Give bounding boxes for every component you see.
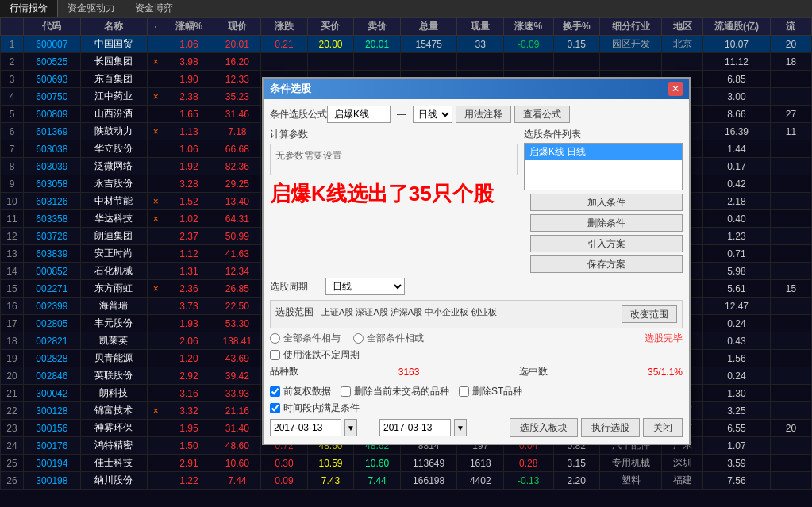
pre-rights-checkbox[interactable] [270,386,280,397]
date-to-input[interactable] [379,419,451,436]
cell-code: 002846 [24,367,81,385]
radio-all-or[interactable]: 全部条件相或 [353,332,424,345]
cell-shares: 8.66 [703,106,771,123]
cell-sell [354,53,401,71]
cell-price: 66.68 [214,140,260,158]
cell-code: 300156 [24,420,81,437]
period-select[interactable]: 日线 [325,278,405,295]
dynamic-period-label: 使用涨跌不定周期 [283,348,360,362]
cell-mark: × [148,402,164,420]
execute-button[interactable]: 执行选股 [581,418,640,437]
remove-condition-button[interactable]: 删除条件 [530,214,683,232]
enter-pool-button[interactable]: 选股入板块 [510,418,578,437]
close-button[interactable]: 关闭 [643,418,683,437]
date-row: 时间段内满足条件 [270,401,683,415]
scope-section: 选股范围 上证A股 深证A股 沪深A股 中小企业板 创业板 改变范围 [270,300,683,328]
cell-flow [770,193,811,210]
tab-bar: 行情报价 资金驱动力 资金博弈 [0,0,812,17]
remove-current-label[interactable]: 删除当前未交易的品种 [341,385,449,398]
cell-code: 603358 [24,210,81,228]
col-header-shares: 流通股(亿) [703,18,771,36]
cell-spd: -0.13 [504,472,553,490]
cell-price: 31.46 [214,106,260,123]
import-plan-button[interactable]: 引入方案 [530,235,683,252]
cell-code: 002271 [24,280,81,298]
condition-buttons: 加入条件 删除条件 引入方案 保存方案 [530,194,683,273]
complete-label: 选股完毕 [645,332,683,345]
cell-pct: 1.90 [164,71,214,88]
date-from-picker-button[interactable]: ▼ [344,419,357,436]
cell-ind [600,53,662,71]
table-row[interactable]: 25 300194 佳士科技 2.91 10.60 0.30 10.59 10.… [1,455,812,472]
remove-st-checkbox[interactable] [459,386,469,397]
tab-market-quotes[interactable]: 行情报价 [0,0,58,17]
cell-price: 33.93 [214,385,260,402]
remove-st-label[interactable]: 删除ST品种 [459,385,522,398]
cell-code: 300176 [24,437,81,455]
cell-price: 48.60 [214,437,260,455]
cell-pct: 1.02 [164,210,214,228]
radio-all-and[interactable]: 全部条件相与 [270,332,341,345]
dialog-close-button[interactable]: ✕ [668,82,683,96]
formula-row: 条件选股公式 启爆K线 — 日线 用法注释 查看公式 [270,106,683,123]
dialog-body: 条件选股公式 启爆K线 — 日线 用法注释 查看公式 计算参数 无参数需要设置 [264,99,689,444]
time-period-checkbox[interactable] [270,403,280,413]
date-from-input[interactable] [270,419,341,436]
add-condition-button[interactable]: 加入条件 [530,194,683,211]
change-scope-button[interactable]: 改变范围 [622,305,677,323]
cell-num: 3 [1,71,24,88]
cell-flow: 18 [770,53,811,71]
cell-name: 纳川股份 [80,472,148,490]
table-row[interactable]: 26 300198 纳川股份 1.22 7.44 0.09 7.43 7.44 … [1,472,812,490]
cell-code: 600750 [24,88,81,106]
formula-input-group: 启爆K线 — 日线 用法注释 查看公式 [327,106,683,123]
cell-mark [148,158,164,175]
cell-code: 300128 [24,402,81,420]
cell-num: 22 [1,402,24,420]
cell-flow: 27 [770,106,811,123]
scope-label: 选股范围 [275,305,315,319]
table-row[interactable]: 1 600007 中国国贸 1.06 20.01 0.21 20.00 20.0… [1,36,812,53]
cell-name: 陕鼓动力 [80,123,148,140]
cell-shares: 5.98 [703,263,771,280]
cell-name: 朗迪集团 [80,228,148,245]
table-row[interactable]: 2 600525 长园集团 × 3.98 16.20 11.12 18 [1,53,812,71]
cell-price: 20.01 [214,36,260,53]
cell-hand: 3.15 [553,455,600,472]
stats-row: 品种数 3163 选中数 35/1.1% [270,365,683,378]
cell-num: 17 [1,315,24,332]
cell-flow [770,71,811,88]
cell-shares: 1.30 [703,385,771,402]
cell-pct: 1.13 [164,123,214,140]
cell-shares: 0.17 [703,158,771,175]
cell-total: 113649 [400,455,457,472]
usage-notes-button[interactable]: 用法注释 [456,106,511,123]
formula-period-select[interactable]: 日线 [413,106,452,123]
save-plan-button[interactable]: 保存方案 [530,255,683,273]
cell-pct: 1.92 [164,158,214,175]
pre-rights-label[interactable]: 前复权数据 [270,385,331,398]
cell-mark [148,385,164,402]
cell-num: 5 [1,106,24,123]
cell-name: 英联股份 [80,367,148,385]
tab-capital-drive[interactable]: 资金驱动力 [58,0,125,17]
dynamic-period-checkbox[interactable] [270,350,280,360]
condition-list-item[interactable]: 启爆K线 日线 [525,144,682,160]
date-to-picker-button[interactable]: ▼ [454,419,467,436]
cell-flow [770,437,811,455]
cell-pct: 1.93 [164,315,214,332]
cell-shares: 16.39 [703,123,771,140]
cell-flow: 20 [770,36,811,53]
view-formula-button[interactable]: 查看公式 [514,106,570,123]
tab-capital-game[interactable]: 资金博弈 [125,0,183,17]
cell-price: 12.33 [214,71,260,88]
cell-price: 26.85 [214,280,260,298]
cell-price: 39.42 [214,367,260,385]
cell-code: 002821 [24,332,81,350]
cell-pct: 1.50 [164,437,214,455]
cell-area [662,53,703,71]
cell-flow: 20 [770,420,811,437]
scope-row: 选股范围 上证A股 深证A股 沪深A股 中小企业板 创业板 改变范围 [275,305,677,323]
cell-code: 000852 [24,263,81,280]
remove-current-checkbox[interactable] [341,386,351,397]
